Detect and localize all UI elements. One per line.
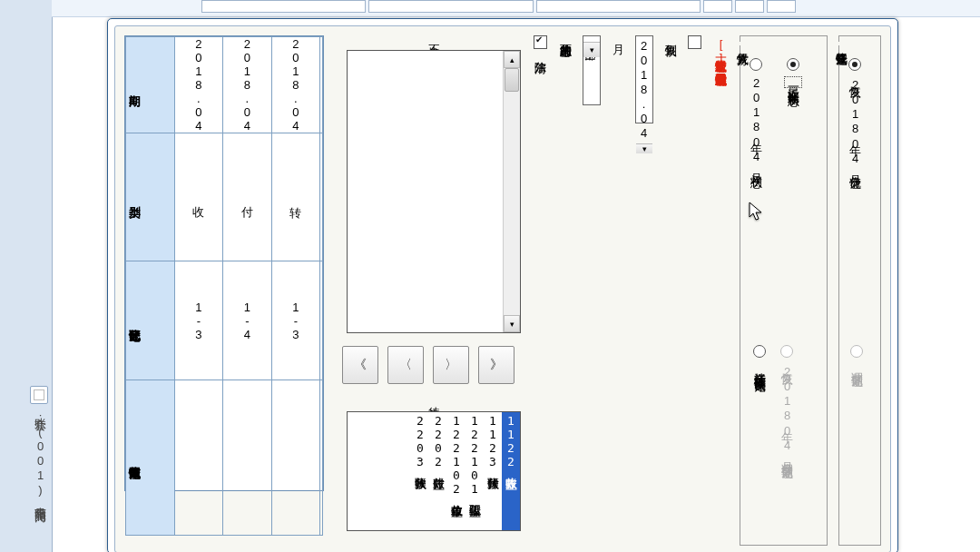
top-toolbar [52,0,980,17]
col-posted: 已记账凭证 [126,296,142,346]
radio-select-range[interactable]: 选择凭证范围恢复记账 [751,345,768,372]
scrollbar[interactable]: ▴ ▾ [503,51,520,332]
scroll-up-icon[interactable]: ▴ [504,51,520,68]
left-dock: 账套:(001)南昌阳光商 [0,0,53,552]
warning-hint: [恢复最近一次记账前状态]一般用于记账时系统造成的数据错误的恢复。 [712,35,729,552]
item-code: 2202 [432,414,446,468]
radio-label: 调整期凭证 [848,363,865,368]
list-item[interactable]: 122102应收单位款 [447,412,466,530]
radio-label: 恢复2018年04月份凭证 [847,76,863,170]
viewport: 账套:(001)南昌阳光商 恢复记账选择 恢复2018年04月份凭证 [0,0,980,552]
table-cell [320,37,323,133]
dialog-client: 恢复记账选择 恢复2018年04月份凭证 调整期凭证 [114,25,891,552]
restore-to-row: 恢复到 2018.04 ▾ 月 全部 ▾ 的往来两清标志 清除尔 [532,35,701,552]
checkbox-clear[interactable] [534,35,547,49]
account-set-label: 账套:(001)南昌阳光商 [28,409,48,549]
radio-dot-icon [753,345,766,358]
item-code: 1122 [505,414,518,468]
table-cell[interactable] [271,380,320,536]
period-select[interactable]: 2018.04 ▾ [635,35,653,123]
table-cell [320,133,323,261]
radio-label: 选择凭证范围恢复记账 [751,363,768,372]
item-code: 122102 [450,414,464,496]
toolbar-box[interactable] [201,0,366,13]
not-restore-listbox[interactable]: ▴ ▾ [347,50,521,333]
move-all-left-button[interactable]: 《 [342,346,378,384]
item-code: 1123 [486,414,500,468]
to-restore-listbox[interactable]: 1122应收账款1123预付账款122101应收职工借122102应收单位款22… [347,411,521,531]
group-restore-method: 恢复方式 最近一次记账前状态 2018年04月初状态 [740,35,828,546]
table-cell: 2018.04 [271,37,320,133]
list-item[interactable]: 122101应收职工借 [466,412,484,530]
group-title: 恢复记账选择 [833,42,849,45]
radio-last-state[interactable]: 最近一次记账前状态 [784,58,802,88]
radio-dot-icon [750,58,762,71]
table-cell [320,380,323,536]
table-cell: 2018.04 [174,37,223,133]
list-items [348,51,503,332]
move-all-right-button[interactable]: 》 [478,346,514,384]
group-title: 恢复方式 [734,42,750,45]
radio-label: 最近一次记账前状态 [784,76,802,88]
move-one-left-button[interactable]: 〈 [387,346,424,384]
radio-restore-month-voucher[interactable]: 恢复2018年04月份凭证 [847,58,863,170]
checkbox-restore-to[interactable] [688,35,701,49]
radio-dot-icon [780,345,793,358]
radio-label: 恢复2018年04月份调整期凭证 [779,363,795,459]
dropdown-arrow-icon: ▾ [583,42,600,57]
table-cell [320,261,323,380]
item-code: 122101 [468,414,482,496]
scroll-thumb[interactable] [505,68,519,92]
table-cell: 付 [223,133,272,261]
radio-restore-adjust: 恢复2018年04月份调整期凭证 [779,345,795,459]
list-item[interactable]: 1122应收账款 [502,412,520,530]
item-code: 2203 [414,414,427,468]
right-list-label: 待恢复的科目 [426,397,442,408]
type-select[interactable]: 全部 ▾ [583,35,601,105]
toolbar-fields [201,0,799,14]
list-item[interactable]: 1123预付账款 [484,412,502,530]
radio-adjust-period: 调整期凭证 [848,345,865,368]
left-list-label: 不恢复的科目 [426,35,442,46]
group-restore-select: 恢复记账选择 恢复2018年04月份凭证 调整期凭证 [838,35,881,546]
radio-month-start[interactable]: 2018年04月初状态 [748,58,764,168]
radio-dot-icon [850,345,863,358]
list-items: 1122应收账款1123预付账款122101应收职工借122102应收单位款22… [348,412,520,530]
toolbar-box[interactable] [767,0,796,13]
restore-dialog: 恢复记账选择 恢复2018年04月份凭证 调整期凭证 [107,18,898,552]
table-cell: 收 [174,133,223,261]
dropdown-arrow-icon: ▾ [636,143,652,153]
toolbar-box[interactable] [735,0,764,13]
radio-dot-icon [848,58,861,71]
table-cell[interactable] [174,380,223,536]
col-period: 期间 [126,60,142,110]
table-cell: 1-3 [174,261,223,380]
scroll-track[interactable] [504,92,520,315]
voucher-table: 期间 2018.04 2018.04 2018.04 类别 收 付 转 [124,35,324,491]
table-cell: 2018.04 [223,37,272,133]
col-category: 类别 [126,172,142,222]
radio-label: 2018年04月初状态 [748,76,764,168]
list-item[interactable]: 2202应付账款 [429,412,447,530]
taskbar-app-icon[interactable] [30,386,48,404]
list-item[interactable]: 2203预收账款 [411,412,429,530]
toolbar-box[interactable] [536,0,701,13]
col-range: 恢复记账范围 [126,433,142,483]
scroll-down-icon[interactable]: ▾ [504,315,520,332]
toolbar-box[interactable] [703,0,732,13]
move-arrows: 《 〈 〉 》 [335,342,521,388]
table-cell: 1-3 [271,261,320,380]
toolbar-box[interactable] [368,0,533,13]
period-value: 2018.04 [636,36,652,143]
move-one-right-button[interactable]: 〉 [433,346,469,384]
radio-dot-icon [787,58,799,71]
table-cell: 转 [271,133,320,261]
table-cell[interactable] [223,380,272,536]
table-cell: 1-4 [223,261,272,380]
